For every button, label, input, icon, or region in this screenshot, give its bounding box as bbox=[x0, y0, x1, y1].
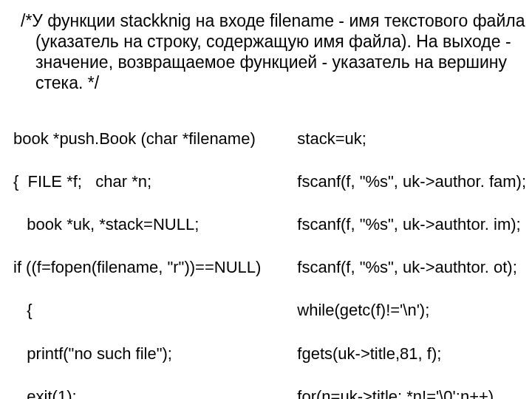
comment-line: (указатель на строку, содержащую имя фай… bbox=[21, 31, 526, 52]
comment-line: значение, возвращаемое функцией - указат… bbox=[21, 52, 526, 72]
code-line: while(getc(f)!='\n'); bbox=[284, 299, 526, 321]
code-line: if ((f=fopen(filename, "r"))==NULL) bbox=[13, 256, 279, 278]
document-page: /*У функции stackknig на входе filename … bbox=[0, 0, 532, 399]
comment-line: /*У функции stackknig на входе filename … bbox=[21, 10, 526, 31]
comment-line: стека. */ bbox=[21, 72, 526, 93]
code-line: printf("no such file"); bbox=[13, 343, 279, 364]
code-left-column: book *push.Book (char *filename) { FILE … bbox=[13, 106, 279, 399]
code-line: fscanf(f, "%s", uk->authtor. ot); bbox=[284, 256, 526, 278]
code-line: fgets(uk->title,81, f); bbox=[284, 343, 526, 364]
code-line: book *uk, *stack=NULL; bbox=[13, 214, 279, 235]
code-line: book *push.Book (char *filename) bbox=[13, 128, 279, 149]
code-right-column: stack=uk; fscanf(f, "%s", uk->author. fa… bbox=[279, 106, 526, 399]
code-line: { bbox=[13, 299, 279, 321]
code-line: stack=uk; bbox=[284, 128, 526, 149]
code-line: { FILE *f; char *n; bbox=[13, 171, 279, 192]
code-line: fscanf(f, "%s", uk->authtor. im); bbox=[284, 214, 526, 235]
code-line: for(n=uk->title; *n!='\0';n++) bbox=[284, 386, 526, 399]
code-line: exit(1); bbox=[13, 386, 279, 399]
top-comment-block: /*У функции stackknig на входе filename … bbox=[13, 10, 526, 93]
code-columns: book *push.Book (char *filename) { FILE … bbox=[13, 106, 526, 399]
code-line: fscanf(f, "%s", uk->author. fam); bbox=[284, 171, 526, 192]
